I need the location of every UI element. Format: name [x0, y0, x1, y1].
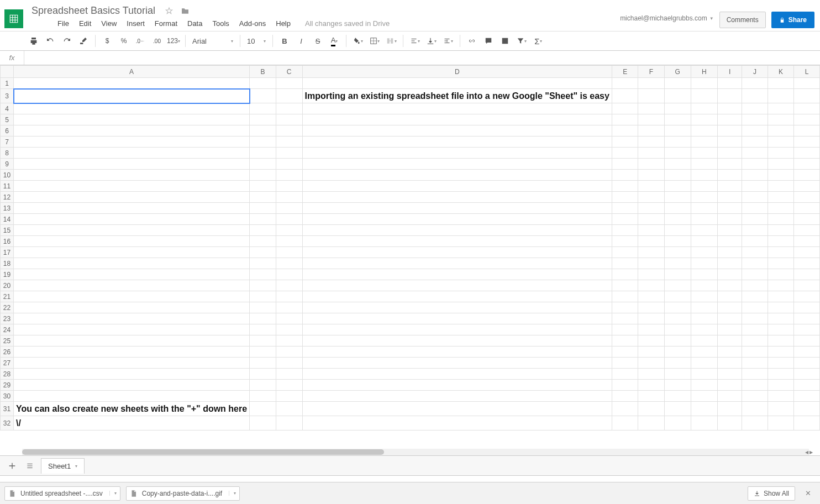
cell-E3[interactable]: [612, 89, 638, 103]
cell-G4[interactable]: [664, 103, 691, 114]
cell-D15[interactable]: [302, 225, 612, 236]
cell-F32[interactable]: [638, 416, 664, 431]
cell-L3[interactable]: [794, 89, 820, 103]
cell-J5[interactable]: [742, 114, 768, 125]
comments-button[interactable]: Comments: [719, 12, 766, 28]
row-header-23[interactable]: 23: [1, 313, 14, 324]
cell-D11[interactable]: [302, 181, 612, 192]
close-download-shelf[interactable]: ✕: [801, 487, 816, 500]
row-header-8[interactable]: 8: [1, 148, 14, 159]
cell-I23[interactable]: [717, 313, 742, 324]
cell-J22[interactable]: [742, 302, 768, 313]
cell-J24[interactable]: [742, 324, 768, 335]
column-header-F[interactable]: F: [638, 66, 664, 78]
cell-F30[interactable]: [638, 391, 664, 402]
cell-I7[interactable]: [717, 136, 742, 148]
cell-B31[interactable]: [250, 402, 276, 416]
cell-B27[interactable]: [250, 358, 276, 369]
cell-K20[interactable]: [768, 280, 794, 291]
cell-A19[interactable]: [14, 269, 250, 280]
cell-G31[interactable]: [664, 402, 691, 416]
cell-G32[interactable]: [664, 416, 691, 431]
row-header-12[interactable]: 12: [1, 192, 14, 203]
share-button[interactable]: Share: [771, 12, 814, 28]
cell-I17[interactable]: [717, 247, 742, 258]
cell-A25[interactable]: [14, 335, 250, 347]
cell-I29[interactable]: [717, 380, 742, 391]
menu-file[interactable]: File: [57, 19, 69, 28]
cell-I21[interactable]: [717, 291, 742, 302]
cell-H9[interactable]: [691, 159, 717, 170]
cell-E14[interactable]: [612, 214, 638, 225]
row-header-31[interactable]: 31: [1, 402, 14, 416]
cell-H27[interactable]: [691, 358, 717, 369]
cell-C19[interactable]: [276, 269, 302, 280]
cell-H29[interactable]: [691, 380, 717, 391]
bold-icon[interactable]: B: [277, 34, 292, 48]
cell-F16[interactable]: [638, 236, 664, 247]
cell-D8[interactable]: [302, 148, 612, 159]
cell-E29[interactable]: [612, 380, 638, 391]
cell-G11[interactable]: [664, 181, 691, 192]
cell-A27[interactable]: [14, 358, 250, 369]
cell-L32[interactable]: [794, 416, 820, 431]
cell-A6[interactable]: [14, 125, 250, 136]
cell-E10[interactable]: [612, 170, 638, 181]
cell-B7[interactable]: [250, 136, 276, 148]
cell-J12[interactable]: [742, 192, 768, 203]
cell-H20[interactable]: [691, 280, 717, 291]
cell-L11[interactable]: [794, 181, 820, 192]
cell-D7[interactable]: [302, 136, 612, 148]
cell-G28[interactable]: [664, 369, 691, 380]
cell-L15[interactable]: [794, 225, 820, 236]
cell-G9[interactable]: [664, 159, 691, 170]
cell-H24[interactable]: [691, 324, 717, 335]
cell-D3[interactable]: Importing an existing spreadsheet file i…: [302, 89, 612, 103]
percent-button[interactable]: %: [117, 34, 131, 48]
cell-K26[interactable]: [768, 347, 794, 358]
cell-D19[interactable]: [302, 269, 612, 280]
cell-C13[interactable]: [276, 203, 302, 214]
cell-E26[interactable]: [612, 347, 638, 358]
cell-G5[interactable]: [664, 114, 691, 125]
cell-D30[interactable]: [302, 391, 612, 402]
cell-C18[interactable]: [276, 258, 302, 269]
cell-K28[interactable]: [768, 369, 794, 380]
row-header-19[interactable]: 19: [1, 269, 14, 280]
cell-B32[interactable]: [250, 416, 276, 431]
cell-E23[interactable]: [612, 313, 638, 324]
row-header-22[interactable]: 22: [1, 302, 14, 313]
cell-K21[interactable]: [768, 291, 794, 302]
cell-C10[interactable]: [276, 170, 302, 181]
cell-K1[interactable]: [768, 78, 794, 89]
cell-A15[interactable]: [14, 225, 250, 236]
cell-A13[interactable]: [14, 203, 250, 214]
font-size-select[interactable]: 10▾: [245, 37, 268, 45]
cell-I15[interactable]: [717, 225, 742, 236]
cell-K30[interactable]: [768, 391, 794, 402]
cell-J15[interactable]: [742, 225, 768, 236]
cell-H31[interactable]: [691, 402, 717, 416]
cell-H11[interactable]: [691, 181, 717, 192]
cell-A7[interactable]: [14, 136, 250, 148]
cell-F18[interactable]: [638, 258, 664, 269]
cell-J9[interactable]: [742, 159, 768, 170]
cell-C4[interactable]: [276, 103, 302, 114]
cell-B11[interactable]: [250, 181, 276, 192]
cell-C25[interactable]: [276, 335, 302, 347]
download-chip-1[interactable]: Untitled spreadsheet -....csv ▾: [4, 486, 120, 501]
cell-G21[interactable]: [664, 291, 691, 302]
horizontal-scrollbar[interactable]: [22, 449, 809, 455]
cell-I26[interactable]: [717, 347, 742, 358]
cell-G7[interactable]: [664, 136, 691, 148]
cell-J6[interactable]: [742, 125, 768, 136]
cell-K6[interactable]: [768, 125, 794, 136]
cell-C5[interactable]: [276, 114, 302, 125]
number-format-button[interactable]: 123▾: [166, 34, 181, 48]
cell-E5[interactable]: [612, 114, 638, 125]
cell-A24[interactable]: [14, 324, 250, 335]
cell-C23[interactable]: [276, 313, 302, 324]
menu-tools[interactable]: Tools: [212, 19, 229, 28]
cell-D32[interactable]: [302, 416, 612, 431]
cell-L7[interactable]: [794, 136, 820, 148]
